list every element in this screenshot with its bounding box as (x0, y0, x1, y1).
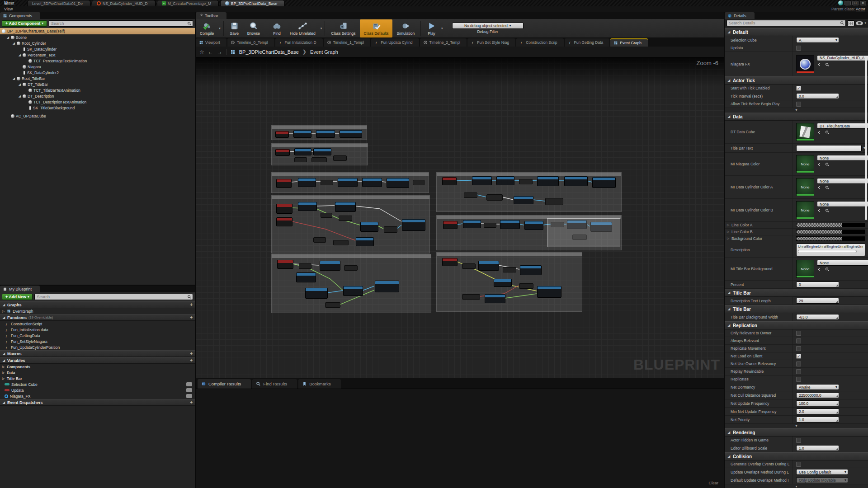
graph-node-call[interactable] (343, 286, 363, 296)
debug-object-dropdown[interactable]: No debug object selected▾ (452, 23, 524, 29)
graph-tab-timeline_0_templ[interactable]: Timeline_0_Templ (227, 38, 274, 47)
graph-node-dark[interactable] (344, 265, 358, 271)
graph-node-call[interactable] (496, 176, 514, 185)
graph-node-dark[interactable] (486, 194, 503, 201)
menu-item-view[interactable]: View (0, 6, 23, 12)
graph-node-call[interactable] (387, 178, 409, 188)
row-expander-icon[interactable]: ▷ (727, 237, 730, 240)
asset-dropdown[interactable]: None (817, 260, 868, 266)
graph-node-call[interactable] (592, 177, 616, 188)
graph-node-dark[interactable] (339, 216, 352, 221)
component-tree-item[interactable]: ◢Root_TitleBar (0, 75, 195, 81)
detail-number-input[interactable]: 1.0 (796, 445, 839, 451)
graph-node-dark[interactable] (484, 223, 496, 228)
toolbar-button-compile[interactable]: Compile (196, 19, 218, 38)
asset-thumbnail[interactable] (796, 123, 814, 141)
component-tree-item[interactable]: TCT_DescriptionTextAnimation (0, 99, 195, 105)
asset-tab-ns_datacylinder_hud_d[interactable]: NS_DataCylinder_HUD_D (92, 0, 156, 6)
graph-node-event[interactable] (275, 131, 289, 138)
chevron-down-icon[interactable]: ▾ (321, 27, 322, 30)
section-header-variables[interactable]: ◢Variables+ (0, 357, 195, 364)
graph-node-call[interactable] (360, 222, 378, 232)
graph-node-event[interactable] (442, 258, 458, 266)
comment-box[interactable] (271, 254, 431, 313)
graph-node-call[interactable] (472, 176, 492, 185)
details-section-replication[interactable]: ◢Replication (725, 321, 868, 329)
tree-expander-icon[interactable]: ◢ (6, 36, 9, 39)
detail-dropdown[interactable]: Awake (796, 384, 839, 390)
graph-node-call[interactable] (298, 202, 317, 211)
graph-node-call[interactable] (340, 130, 362, 138)
graph-node-dark[interactable] (299, 263, 311, 269)
detail-number-input[interactable]: -63.0 (796, 314, 839, 320)
asset-dropdown[interactable]: NS_DataCylinder_HUD_A (817, 55, 868, 61)
add-new-button[interactable]: + Add New▾ (2, 294, 33, 300)
asset-thumbnail[interactable]: None (796, 201, 814, 219)
section-expand-more[interactable]: ▼ (725, 108, 868, 113)
detail-number-input[interactable]: 225000000.0 (796, 392, 839, 398)
graph-node-dark[interactable] (325, 302, 340, 308)
asset-tab-m_circularpercentage_m[interactable]: M_CircularPercentage_M (157, 0, 219, 6)
breadcrumb-root[interactable]: BP_3DPieChartData_Base (239, 49, 299, 55)
tree-expander-icon[interactable]: ◢ (18, 53, 21, 57)
asset-thumbnail[interactable]: None (796, 260, 814, 278)
tree-expander-icon[interactable]: ◢ (18, 94, 21, 98)
item-expander-icon[interactable]: ▷ (2, 365, 5, 369)
graph-node-call[interactable] (338, 178, 358, 187)
visibility-toggle-icon[interactable] (186, 382, 192, 386)
comment-box[interactable] (271, 172, 429, 193)
tab-my-blueprint[interactable]: My Blueprint (0, 286, 40, 292)
comment-box-header[interactable] (272, 254, 431, 258)
graph-node-call[interactable] (478, 261, 499, 271)
graph-node-call[interactable] (293, 130, 311, 138)
graph-node-call[interactable] (494, 279, 512, 287)
comment-box-header[interactable] (437, 253, 582, 256)
graph-node-call[interactable] (463, 220, 481, 228)
tree-expander-icon[interactable]: ◢ (12, 42, 15, 45)
graph-tab-event-graph[interactable]: Event Graph (610, 38, 648, 47)
blueprint-list-item[interactable]: ▷Components (0, 364, 195, 370)
comment-box[interactable] (436, 252, 582, 312)
color-swatch[interactable] (796, 223, 865, 227)
blueprint-list-item[interactable]: ▷Title Bar (0, 375, 195, 381)
blueprint-list-item[interactable]: ▷Data (0, 370, 195, 375)
graph-node-dark[interactable] (333, 240, 349, 245)
blueprint-list-item[interactable]: Selection Cube (0, 381, 195, 387)
details-section-data[interactable]: ◢Data (725, 113, 868, 121)
details-section-title-bar[interactable]: ◢Title Bar (725, 305, 868, 313)
component-tree-item[interactable]: Niagara (0, 64, 195, 70)
detail-number-input[interactable]: 0 (796, 282, 839, 287)
asset-thumbnail[interactable]: None (796, 155, 814, 173)
tab-toolbar[interactable]: Toolbar (196, 12, 226, 19)
favorite-star-icon[interactable]: ☆ (199, 49, 204, 55)
tree-expander-icon[interactable]: ◢ (12, 77, 15, 80)
graph-node-call[interactable] (524, 221, 543, 230)
item-expander-icon[interactable]: ▷ (2, 377, 5, 380)
add-component-button[interactable]: + Add Component▾ (2, 20, 47, 27)
add-icon[interactable]: + (190, 358, 193, 363)
add-icon[interactable]: + (190, 400, 193, 405)
blueprint-list-item[interactable]: fConstructionScript (0, 321, 195, 327)
asset-dropdown[interactable]: None (817, 201, 868, 207)
blueprint-list-item[interactable]: fFun_Initialization data (0, 327, 195, 333)
graph-node-call[interactable] (294, 148, 311, 155)
asset-thumbnail[interactable] (796, 55, 814, 73)
graph-node-event[interactable] (275, 149, 290, 156)
toolbar-button-simulation[interactable]: Simulation (392, 19, 419, 38)
menu-item-asset[interactable]: Asset (0, 0, 23, 6)
graph-node-dark[interactable] (313, 237, 326, 243)
tab-components[interactable]: Components (0, 12, 40, 19)
graph-node-call[interactable] (485, 294, 505, 303)
graph-node-call[interactable] (520, 265, 542, 275)
graph-node-event[interactable] (442, 177, 457, 185)
graph-node-call[interactable] (298, 178, 316, 187)
visibility-toggle-icon[interactable] (186, 394, 192, 398)
event-graph-canvas[interactable]: Zoom -6 BLUEPRINT (196, 57, 724, 378)
view-options-eye-icon[interactable] (856, 21, 863, 25)
section-expand-more[interactable]: ▼ (725, 484, 868, 488)
detail-number-input[interactable]: 29 (796, 298, 839, 304)
blueprint-list-item[interactable]: ▷EventGraph (0, 308, 195, 314)
component-tree-item[interactable]: ◢DT_TitleBar (0, 81, 195, 87)
tree-expander-icon[interactable]: ◢ (18, 83, 21, 86)
graph-node-call[interactable] (514, 196, 533, 204)
